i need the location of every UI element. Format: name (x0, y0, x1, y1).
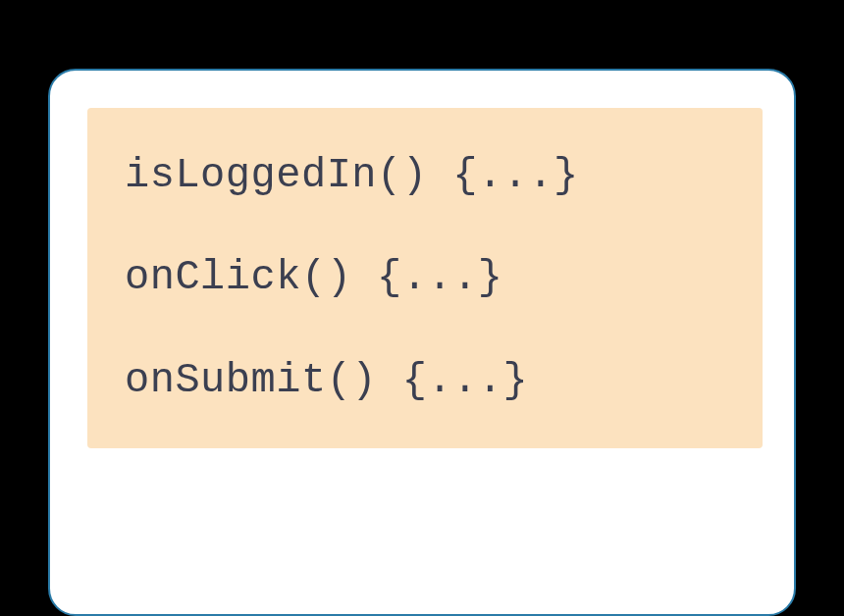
code-line: onSubmit() {...} (125, 356, 725, 405)
card-container: isLoggedIn() {...} onClick() {...} onSub… (48, 69, 796, 616)
code-line: onClick() {...} (125, 253, 725, 302)
code-block: isLoggedIn() {...} onClick() {...} onSub… (87, 108, 763, 448)
code-line: isLoggedIn() {...} (125, 151, 725, 200)
